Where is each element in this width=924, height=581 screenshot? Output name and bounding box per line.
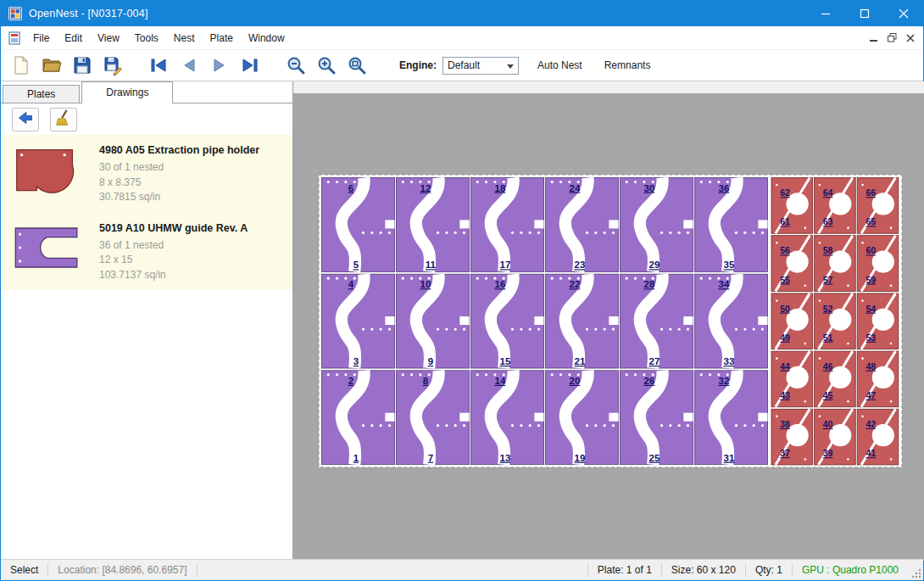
zoom-out-icon[interactable] (281, 52, 311, 79)
title-bar[interactable]: OpenNest - [N0317-004] (1, 1, 923, 26)
mdi-minimize-icon[interactable] (870, 34, 878, 42)
part-number[interactable]: 54 (866, 304, 876, 314)
part-number[interactable]: 5 (353, 260, 359, 270)
part-number[interactable]: 64 (823, 187, 833, 198)
part-number[interactable]: 4 (348, 279, 354, 289)
move-to-plates-button[interactable] (12, 108, 39, 131)
part-number[interactable]: 55 (780, 275, 790, 285)
minimize-icon[interactable] (806, 1, 845, 26)
part-number[interactable]: 15 (500, 356, 511, 366)
part-number[interactable]: 61 (780, 216, 790, 226)
part-number[interactable]: 56 (780, 245, 790, 255)
zoom-in-icon[interactable] (311, 52, 342, 79)
part-number[interactable]: 19 (575, 453, 586, 463)
close-icon[interactable] (884, 1, 923, 26)
menu-item-view[interactable]: View (90, 28, 127, 48)
part-number[interactable]: 2 (348, 376, 353, 386)
auto-nest-button[interactable]: Auto Nest (534, 56, 586, 75)
part-number[interactable]: 47 (866, 390, 876, 400)
engine-select[interactable]: Default (443, 57, 519, 75)
remnants-button[interactable]: Remnants (601, 56, 654, 75)
part-number[interactable]: 27 (649, 356, 660, 366)
part-number[interactable]: 45 (823, 390, 833, 400)
part-number[interactable]: 7 (428, 453, 433, 463)
drawing-list-item-uhmw-guide[interactable]: 5019 A10 UHMW guide Rev. A 36 of 1 neste… (1, 213, 292, 291)
part-number[interactable]: 1 (353, 453, 359, 463)
part-number[interactable]: 34 (719, 279, 730, 289)
resize-grip[interactable] (908, 560, 923, 580)
part-number[interactable]: 8 (423, 376, 429, 386)
save-as-icon[interactable] (97, 52, 128, 79)
part-number[interactable]: 16 (495, 279, 506, 289)
part-number[interactable]: 62 (780, 187, 790, 198)
part-number[interactable]: 9 (428, 356, 433, 366)
previous-plate-icon[interactable] (174, 52, 204, 79)
nest-canvas[interactable]: 6512111817242330293635431091615222128273… (293, 81, 924, 561)
part-number[interactable]: 11 (426, 260, 437, 270)
part-number[interactable]: 53 (866, 332, 876, 343)
menu-item-plate[interactable]: Plate (203, 28, 241, 48)
part-number[interactable]: 23 (575, 260, 586, 270)
part-number[interactable]: 58 (823, 245, 833, 255)
part-number[interactable]: 21 (575, 356, 586, 366)
part-number[interactable]: 65 (866, 216, 876, 226)
part-number[interactable]: 20 (570, 376, 581, 386)
tab-drawings[interactable]: Drawings (81, 81, 173, 103)
part-number[interactable]: 43 (780, 390, 790, 400)
part-number[interactable]: 25 (649, 453, 660, 463)
part-number[interactable]: 31 (724, 453, 735, 463)
part-number[interactable]: 66 (866, 187, 876, 198)
menu-item-nest[interactable]: Nest (166, 28, 203, 48)
part-number[interactable]: 32 (719, 376, 730, 386)
part-number[interactable]: 26 (644, 376, 655, 386)
part-number[interactable]: 6 (348, 183, 353, 193)
part-number[interactable]: 50 (780, 304, 790, 314)
part-number[interactable]: 33 (724, 356, 735, 366)
clear-drawings-button[interactable] (50, 108, 77, 131)
first-plate-icon[interactable] (143, 52, 174, 79)
part-number[interactable]: 57 (823, 275, 833, 285)
part-number[interactable]: 41 (866, 448, 876, 458)
part-number[interactable]: 36 (719, 183, 730, 193)
part-number[interactable]: 51 (823, 332, 833, 343)
last-plate-icon[interactable] (235, 52, 265, 79)
mdi-restore-icon[interactable] (888, 33, 897, 42)
part-number[interactable]: 63 (823, 216, 833, 226)
part-number[interactable]: 22 (570, 279, 581, 289)
part-number[interactable]: 42 (866, 419, 876, 429)
part-number[interactable]: 17 (500, 260, 511, 270)
part-number[interactable]: 30 (644, 183, 655, 193)
menu-item-tools[interactable]: Tools (127, 28, 166, 48)
part-number[interactable]: 38 (780, 419, 790, 429)
part-number[interactable]: 12 (420, 183, 431, 193)
tab-plates[interactable]: Plates (3, 85, 80, 103)
part-number[interactable]: 52 (823, 304, 833, 314)
part-number[interactable]: 13 (500, 453, 511, 463)
drawing-list-item-pipe-holder[interactable]: 4980 A05 Extraction pipe holder 30 of 1 … (1, 135, 292, 213)
part-number[interactable]: 3 (353, 356, 359, 366)
part-number[interactable]: 60 (866, 245, 876, 255)
part-number[interactable]: 39 (823, 448, 833, 458)
part-number[interactable]: 48 (866, 361, 876, 372)
new-file-icon[interactable] (6, 52, 36, 79)
part-number[interactable]: 18 (495, 183, 506, 193)
part-number[interactable]: 44 (780, 361, 790, 372)
open-file-icon[interactable] (36, 52, 67, 79)
part-number[interactable]: 37 (780, 448, 790, 458)
menu-item-window[interactable]: Window (241, 28, 292, 48)
part-number[interactable]: 14 (495, 376, 506, 386)
part-number[interactable]: 29 (649, 260, 660, 270)
menu-item-file[interactable]: File (25, 28, 57, 48)
next-plate-icon[interactable] (204, 52, 235, 79)
mdi-close-icon[interactable] (906, 34, 915, 42)
part-number[interactable]: 40 (823, 419, 833, 429)
document-icon[interactable] (8, 31, 21, 45)
part-number[interactable]: 10 (420, 279, 431, 289)
part-number[interactable]: 24 (570, 183, 581, 193)
zoom-fit-icon[interactable] (342, 52, 372, 79)
menu-item-edit[interactable]: Edit (57, 28, 90, 48)
part-number[interactable]: 59 (866, 275, 876, 285)
save-icon[interactable] (67, 52, 97, 79)
maximize-icon[interactable] (845, 1, 884, 26)
part-number[interactable]: 35 (724, 260, 735, 270)
